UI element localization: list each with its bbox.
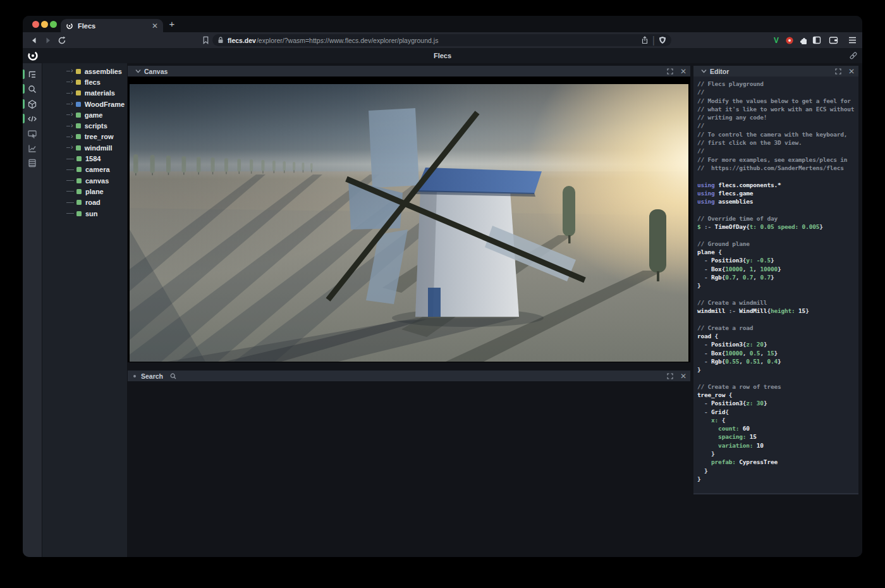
- url-bar[interactable]: flecs.dev /explorer/?wasm=https://www.fl…: [212, 34, 671, 46]
- chevron-down-icon[interactable]: [135, 69, 141, 73]
- wallet-button[interactable]: [827, 32, 839, 48]
- chevron-down-icon[interactable]: [701, 69, 707, 73]
- code-line: x: {: [697, 416, 858, 424]
- tree-item-label: materials: [85, 89, 115, 97]
- editor-panel-body[interactable]: // Flecs playground//// Modify the value…: [693, 77, 858, 494]
- code-line: // Flecs playground: [697, 80, 858, 88]
- code-line: // first click on the 3D view.: [697, 138, 858, 147]
- code-line: [697, 231, 858, 239]
- code-line: using assemblies: [697, 197, 858, 205]
- code-line: //: [697, 88, 858, 96]
- reload-button[interactable]: [55, 34, 69, 47]
- active-indicator: [23, 84, 25, 94]
- close-icon[interactable]: ✕: [680, 372, 687, 380]
- expand-chevron-icon[interactable]: ›: [71, 100, 73, 107]
- tree-item-label: camera: [85, 166, 110, 173]
- code-line: - Position3{y: -0.5}: [697, 256, 858, 264]
- extension-red-badge-button[interactable]: [783, 32, 796, 48]
- tree-item-materials[interactable]: ›materials: [42, 88, 127, 99]
- browser-menu-button[interactable]: [846, 32, 858, 48]
- tree-item-label: flecs: [85, 78, 101, 86]
- code-line: - Rgb{0.7, 0.7, 0.7}: [697, 273, 858, 281]
- code-line: windmill :- WindMill{height: 15}: [697, 307, 858, 315]
- expand-chevron-icon[interactable]: ›: [71, 111, 73, 118]
- tree-item-canvas[interactable]: canvas: [42, 175, 127, 186]
- code-line: variation: 10: [697, 441, 858, 450]
- tree-item-game[interactable]: ›game: [42, 109, 127, 120]
- code-line: count: 60: [697, 424, 858, 432]
- flecs-logo-icon[interactable]: [27, 50, 39, 61]
- extensions-puzzle-button[interactable]: [797, 32, 810, 48]
- tree-item-flecs[interactable]: ›flecs: [42, 77, 127, 87]
- fullscreen-icon[interactable]: [667, 68, 673, 75]
- code-line: //: [697, 147, 858, 155]
- tree-item-label: assemblies: [85, 68, 122, 75]
- expand-chevron-icon[interactable]: ›: [71, 144, 73, 150]
- code-line: }: [697, 365, 858, 374]
- back-button[interactable]: [27, 34, 41, 47]
- code-line: spacing: 15: [697, 432, 858, 441]
- inspector-icon[interactable]: [23, 126, 42, 141]
- tree-item-label: WoodFrame: [85, 101, 125, 108]
- brave-shield-icon[interactable]: [659, 36, 666, 44]
- bookmark-sidebar-icon[interactable]: [198, 34, 212, 47]
- tree-item-camera[interactable]: camera: [42, 164, 127, 175]
- stats-chart-icon[interactable]: [23, 141, 42, 156]
- code-line: // Modify the values below to get a feel…: [697, 97, 858, 105]
- tree-item-assemblies[interactable]: ›assemblies: [42, 66, 127, 77]
- window-close-button[interactable]: [32, 21, 39, 28]
- tree-item-road[interactable]: road: [42, 197, 127, 208]
- expand-chevron-icon[interactable]: ›: [71, 122, 73, 129]
- close-icon[interactable]: ✕: [848, 68, 855, 75]
- tree-item-windmill[interactable]: ›windmill: [42, 142, 127, 153]
- search-magnifier-icon: [170, 373, 176, 379]
- browser-tab[interactable]: Flecs ✕: [61, 19, 163, 32]
- scene-cube-icon[interactable]: [23, 97, 42, 111]
- code-line: [697, 374, 858, 382]
- tree-guide-line: [66, 104, 70, 104]
- expand-chevron-icon[interactable]: ›: [71, 89, 73, 96]
- tab-strip: Flecs ✕ +: [23, 16, 862, 32]
- permalink-icon[interactable]: [849, 51, 858, 60]
- active-indicator: [23, 70, 25, 79]
- tree-item-1584[interactable]: 1584: [42, 153, 127, 164]
- entity-tree-icon[interactable]: [23, 67, 42, 82]
- code-line: prefab: CypressTree: [697, 458, 858, 466]
- tree-item-plane[interactable]: plane: [42, 186, 127, 197]
- expand-chevron-icon[interactable]: ›: [71, 67, 73, 74]
- query-search-icon[interactable]: [23, 82, 42, 96]
- lock-icon: [217, 37, 224, 44]
- window-zoom-button[interactable]: [50, 21, 57, 28]
- tree-guide-line: [66, 159, 74, 159]
- script-code-icon[interactable]: [23, 111, 42, 126]
- tree-item-WoodFrame[interactable]: ›WoodFrame: [42, 99, 127, 109]
- entity-square-icon: [76, 134, 81, 139]
- tree-guide-line: [66, 114, 70, 115]
- expand-chevron-icon[interactable]: ›: [71, 133, 73, 140]
- tab-title: Flecs: [78, 22, 147, 30]
- new-tab-button[interactable]: +: [166, 18, 178, 30]
- expand-chevron-icon[interactable]: ›: [71, 78, 73, 85]
- module-square-icon: [76, 90, 81, 95]
- entity-square-icon: [76, 178, 82, 183]
- collapsed-indicator-icon[interactable]: [133, 375, 136, 377]
- tree-item-sun[interactable]: sun: [42, 208, 127, 219]
- tree-guide-line: [66, 82, 70, 82]
- 3d-scene[interactable]: [130, 84, 688, 362]
- extension-vue-button[interactable]: V: [770, 32, 783, 48]
- code-line: - Grid{: [697, 408, 858, 416]
- tree-item-tree_row[interactable]: ›tree_row: [42, 132, 127, 142]
- forward-button[interactable]: [41, 34, 55, 47]
- fullscreen-icon[interactable]: [667, 373, 673, 379]
- code-line: [697, 290, 858, 298]
- share-icon[interactable]: [641, 36, 649, 44]
- tab-close-icon[interactable]: ✕: [152, 22, 158, 30]
- logs-icon[interactable]: [23, 156, 42, 170]
- window-minimize-button[interactable]: [41, 21, 48, 28]
- close-icon[interactable]: ✕: [680, 68, 687, 75]
- tree-item-scripts[interactable]: ›scripts: [42, 120, 127, 131]
- code-line: // Create a windmill: [697, 298, 858, 307]
- code-editor[interactable]: // Flecs playground//// Modify the value…: [693, 77, 858, 483]
- sidebar-toggle-button[interactable]: [810, 32, 823, 48]
- fullscreen-icon[interactable]: [835, 68, 841, 75]
